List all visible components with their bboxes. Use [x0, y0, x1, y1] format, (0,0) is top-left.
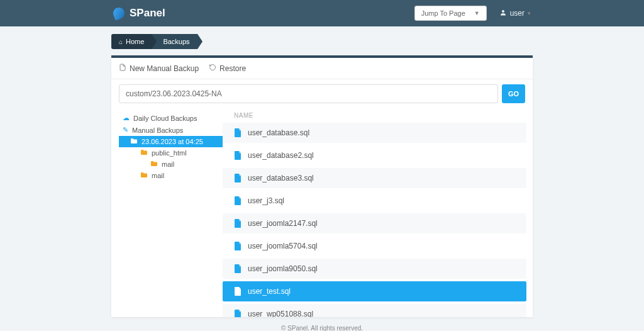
file-name: user_wp051088.sql: [248, 310, 313, 317]
user-icon: [499, 9, 507, 18]
file-icon: [234, 174, 242, 182]
file-list[interactable]: NAME user_database.sqluser_database2.sql…: [223, 108, 533, 317]
top-bar: SPanel Jump To Page ▼ user ▾: [0, 0, 644, 26]
backups-panel: New Manual Backup Restore GO ☁ Daily Clo…: [111, 55, 533, 317]
restore-button[interactable]: Restore: [209, 64, 246, 73]
brand-logo: SPanel: [113, 7, 165, 20]
footer-text: © SPanel. All rights reserved.: [111, 317, 533, 331]
file-icon: [234, 264, 242, 273]
user-menu[interactable]: user ▾: [499, 9, 531, 18]
cloud-icon: ☁: [123, 114, 130, 122]
tree-public-html[interactable]: public_html: [119, 147, 223, 159]
file-icon: [234, 242, 242, 250]
tree-daily-label: Daily Cloud Backups: [133, 115, 197, 122]
folder-icon: [130, 138, 138, 145]
file-row[interactable]: user_test.sql: [223, 281, 526, 301]
breadcrumb-current[interactable]: Backups: [152, 34, 197, 49]
file-name: user_j3.sql: [248, 196, 284, 205]
new-backup-label: New Manual Backup: [130, 64, 199, 73]
tree-mail-nested[interactable]: mail: [119, 159, 223, 170]
breadcrumb-home-label: Home: [126, 38, 144, 45]
file-icon: [234, 310, 242, 317]
go-button[interactable]: GO: [502, 84, 525, 103]
user-label: user: [510, 9, 525, 18]
folder-tree: ☁ Daily Cloud Backups ✎ Manual Backups 2…: [119, 108, 223, 317]
file-row[interactable]: user_joomla2147.sql: [223, 213, 526, 233]
jump-label: Jump To Page: [421, 9, 465, 17]
new-manual-backup-button[interactable]: New Manual Backup: [119, 64, 199, 73]
file-name: user_joomla9050.sql: [248, 264, 318, 273]
file-icon: [234, 287, 242, 296]
file-row[interactable]: user_joomla9050.sql: [223, 259, 526, 279]
file-row[interactable]: user_wp051088.sql: [223, 304, 526, 317]
file-plus-icon: [119, 64, 126, 73]
chevron-down-icon: ▼: [474, 10, 480, 16]
refresh-icon: [209, 64, 216, 73]
file-icon: [234, 128, 242, 137]
file-name: user_database2.sql: [248, 151, 314, 160]
path-input[interactable]: [119, 84, 498, 103]
folder-icon: [150, 160, 158, 168]
main-container: ⌂ Home Backups New Manual Backup Restore: [111, 34, 533, 331]
file-row[interactable]: user_joomla5704.sql: [223, 236, 526, 256]
tree-selected-label: 23.06.2023 at 04:25: [142, 138, 203, 145]
file-row[interactable]: user_database2.sql: [223, 145, 526, 166]
folder-icon: [140, 149, 148, 157]
tree-mail1-label: mail: [162, 160, 174, 168]
file-name: user_joomla2147.sql: [248, 219, 318, 228]
shield-icon: [111, 6, 126, 20]
file-name: user_joomla5704.sql: [248, 242, 318, 250]
wand-icon: ✎: [123, 126, 128, 134]
tree-manual[interactable]: ✎ Manual Backups: [119, 124, 223, 136]
file-row[interactable]: user_database3.sql: [223, 168, 526, 188]
jump-to-page-dropdown[interactable]: Jump To Page ▼: [414, 6, 487, 21]
tree-manual-label: Manual Backups: [132, 126, 183, 134]
home-icon: ⌂: [119, 38, 123, 45]
breadcrumb-home[interactable]: ⌂ Home: [111, 34, 152, 49]
file-browser: ☁ Daily Cloud Backups ✎ Manual Backups 2…: [111, 108, 533, 317]
caret-down-icon: ▾: [528, 10, 531, 16]
file-name: user_database3.sql: [248, 174, 314, 182]
tree-selected-backup[interactable]: 23.06.2023 at 04:25: [119, 136, 223, 147]
breadcrumb-current-label: Backups: [163, 38, 189, 45]
file-name: user_database.sql: [248, 128, 309, 137]
list-header-name: NAME: [223, 108, 533, 123]
tree-daily-cloud[interactable]: ☁ Daily Cloud Backups: [119, 112, 223, 124]
file-icon: [234, 196, 242, 205]
tree-public-html-label: public_html: [152, 149, 187, 157]
breadcrumb: ⌂ Home Backups: [111, 34, 533, 49]
svg-point-0: [502, 10, 504, 13]
tree-mail2-label: mail: [152, 172, 164, 179]
actions-bar: New Manual Backup Restore: [111, 58, 533, 79]
file-icon: [234, 219, 242, 228]
restore-label: Restore: [219, 64, 246, 73]
path-row: GO: [111, 79, 533, 108]
file-name: user_test.sql: [248, 287, 291, 296]
file-icon: [234, 151, 242, 160]
file-row[interactable]: user_j3.sql: [223, 191, 526, 211]
tree-mail[interactable]: mail: [119, 170, 223, 181]
folder-icon: [140, 172, 148, 179]
top-right-controls: Jump To Page ▼ user ▾: [414, 6, 531, 21]
file-row[interactable]: user_database.sql: [223, 123, 526, 143]
brand-text: SPanel: [130, 7, 165, 20]
